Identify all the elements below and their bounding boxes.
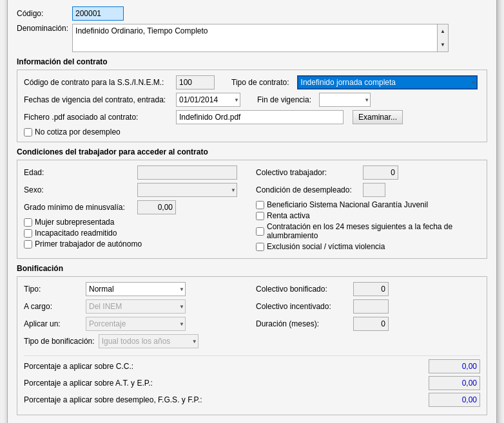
bonificacion-section-box: Tipo: Normal Bonificada Incentivada ▼ A … [17,276,487,415]
contratacion-row: Contratación en los 24 meses siguientes … [256,222,480,240]
colectivo-incentivado-label: Colectivo incentivado: [256,302,349,311]
mujer-label: Mujer subrepresentada [35,218,114,227]
exclusion-row: Exclusión social / víctima violencia [256,242,480,251]
primer-label: Primer trabajador de autónomo [35,240,142,249]
porcentaje-at-row: Porcentaje a aplicar sobre A.T. y E.P.: [24,376,480,390]
edad-row: Edad: [24,165,256,180]
porcentajes-section: Porcentaje a aplicar sobre C.C.: Porcent… [24,355,480,407]
bonif-left: Tipo: Normal Bonificada Incentivada ▼ A … [24,282,256,352]
mujer-row: Mujer subrepresentada [24,218,256,227]
porcentaje-desempleo-input[interactable] [429,393,480,407]
contratacion-label: Contratación en los 24 meses siguientes … [267,222,480,240]
sexo-select-wrapper: Masculino Femenino ▼ [137,183,237,197]
a-cargo-row: A cargo: Del INEM Empresa Otros ▼ [24,299,256,314]
porcentaje-cc-row: Porcentaje a aplicar sobre C.C.: [24,359,480,373]
a-cargo-select[interactable]: Del INEM Empresa Otros [86,299,186,314]
tipo-contrato-select-wrapper: Indefinido jornada completa Tiempo parci… [297,75,478,89]
porcentaje-at-label: Porcentaje a aplicar sobre A.T. y E.P.: [24,379,429,388]
codigo-row: Código: [17,6,487,21]
dialog-window: Modificar tipo de contrato ✕ Código: Den… [7,0,497,423]
colectivo-bonificado-input[interactable] [353,282,389,296]
grado-input[interactable] [137,200,176,214]
bonif-right: Colectivo bonificado: Colectivo incentiv… [256,282,480,352]
colectivo-bonificado-row: Colectivo bonificado: [256,282,480,296]
renta-row: Renta activa [256,211,480,220]
condicion-input[interactable] [363,183,385,197]
fin-vigencia-select-wrapper: ▼ [319,93,371,107]
porcentaje-cc-input[interactable] [429,359,480,373]
aplicar-row: Aplicar un: Porcentaje Cuota fija ▼ [24,317,256,331]
fichero-input[interactable] [176,110,344,124]
scroll-up-button[interactable]: ▲ [438,24,448,38]
primer-row: Primer trabajador de autónomo [24,240,256,249]
denominacion-input[interactable]: Indefinido Ordinario, Tiempo Completo [73,24,437,52]
exclusion-label: Exclusión social / víctima violencia [267,242,385,251]
codigo-input[interactable] [72,6,124,21]
tipo-bonif-label: Tipo: [24,285,82,294]
scroll-buttons: ▲ ▼ [437,24,448,52]
incapacitado-checkbox[interactable] [24,229,32,238]
grado-row: Grado mínimo de minusvalía: [24,200,256,214]
tipo-bonif-row: Tipo: Normal Bonificada Incentivada ▼ [24,282,256,296]
condicion-row: Condición de desempleado: [256,183,480,197]
renta-checkbox[interactable] [256,212,264,220]
mujer-checkbox[interactable] [24,218,32,227]
incapacitado-label: Incapacitado readmitido [35,229,117,238]
condiciones-right: Colectivo trabajador: Condición de desem… [256,165,480,253]
no-cotiza-checkbox[interactable] [24,128,32,136]
porcentaje-desempleo-row: Porcentaje a aplicar sobre desempleo, F.… [24,393,480,407]
tipo-select-wrapper: Normal Bonificada Incentivada ▼ [86,282,186,296]
examinar-button[interactable]: Examinar... [353,110,403,124]
condiciones-section-box: Edad: Sexo: Masculino Femenino ▼ [17,160,487,259]
colectivo-incentivado-input[interactable] [353,299,389,314]
porcentaje-desempleo-label: Porcentaje a aplicar sobre desempleo, F.… [24,395,429,404]
tipo-bonificacion-label: Tipo de bonificación: [24,337,95,346]
incapacitado-row: Incapacitado readmitido [24,229,256,238]
duracion-row: Duración (meses): [256,317,480,331]
tipo-bonificacion-row: Tipo de bonificación: Igual todos los añ… [24,334,256,348]
no-cotiza-row: No cotiza por desempleo [24,127,480,136]
colectivo-input[interactable] [363,165,398,180]
dialog-body: Código: Denominación: Indefinido Ordinar… [8,0,496,423]
fechas-label: Fechas de vigencia del contrato, entrada… [24,95,172,104]
fin-vigencia-select[interactable] [319,93,371,107]
sexo-row: Sexo: Masculino Femenino ▼ [24,183,256,197]
colectivo-bonificado-label: Colectivo bonificado: [256,285,349,294]
tipo-contrato-select[interactable]: Indefinido jornada completa Tiempo parci… [297,75,478,89]
contratacion-checkbox[interactable] [256,227,264,236]
condicion-label: Condición de desempleado: [256,185,359,194]
renta-label: Renta activa [267,211,310,220]
beneficiario-checkbox[interactable] [256,201,264,209]
denominacion-row: Denominación: Indefinido Ordinario, Tiem… [17,24,487,52]
primer-checkbox[interactable] [24,240,32,249]
denominacion-wrapper: Indefinido Ordinario, Tiempo Completo ▲ … [72,24,449,52]
tipo-select[interactable]: Normal Bonificada Incentivada [86,282,186,296]
aplicar-select[interactable]: Porcentaje Cuota fija [86,317,186,331]
porcentaje-at-input[interactable] [429,376,480,390]
edad-input[interactable] [137,165,237,180]
codigo-ss-input[interactable] [176,75,215,89]
fecha-entrada-select-wrapper: 01/01/2014 ▼ [176,93,240,107]
tipo-bonif-select[interactable]: Igual todos los años Variable por años [99,334,199,348]
exclusion-checkbox[interactable] [256,243,264,251]
scroll-down-button[interactable]: ▼ [438,38,448,52]
contrato-section-title: Información del contrato [17,57,487,66]
duracion-input[interactable] [353,317,389,331]
sexo-select[interactable]: Masculino Femenino [137,183,237,197]
denominacion-label: Denominación: [17,24,68,33]
beneficiario-row: Beneficiario Sistema Nacional Garantía J… [256,200,480,209]
contrato-section-box: Código de contrato para la S.S./I.N.E.M.… [17,70,487,142]
fecha-entrada-select[interactable]: 01/01/2014 [176,93,240,107]
aplicar-label: Aplicar un: [24,319,82,328]
colectivo-incentivado-row: Colectivo incentivado: [256,299,480,314]
condiciones-left: Edad: Sexo: Masculino Femenino ▼ [24,165,256,253]
colectivo-row: Colectivo trabajador: [256,165,480,180]
bonif-two-col: Tipo: Normal Bonificada Incentivada ▼ A … [24,282,480,352]
tipo-contrato-label: Tipo de contrato: [231,78,289,87]
codigo-label: Código: [17,9,68,18]
sexo-label: Sexo: [24,185,133,194]
no-cotiza-label: No cotiza por desempleo [35,127,121,136]
edad-label: Edad: [24,168,133,177]
fichero-label: Fichero .pdf asociado al contrato: [24,113,172,122]
grado-label: Grado mínimo de minusvalía: [24,203,133,212]
